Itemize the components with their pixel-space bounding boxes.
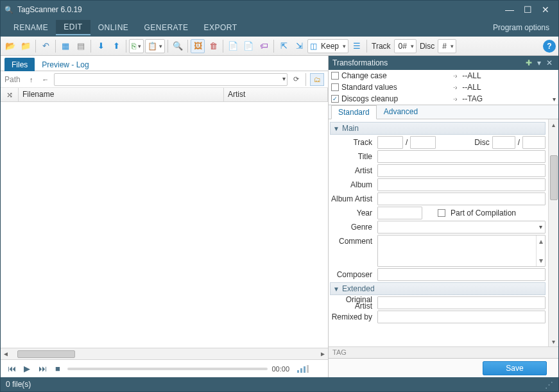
new-folder-icon[interactable]: 📁 (19, 39, 33, 53)
keep-dropdown[interactable]: ◫Keep▾ (307, 39, 348, 53)
path-back-icon[interactable]: ← (40, 74, 51, 85)
path-input[interactable]: ▾ (54, 73, 288, 86)
track-format-dropdown[interactable]: 0#▾ (394, 39, 417, 53)
tree-icon[interactable]: 🗂 (310, 73, 324, 86)
comment-textarea[interactable]: ▴▾ (377, 235, 546, 267)
script-add-icon[interactable]: 📄 (241, 39, 255, 53)
vertical-scrollbar[interactable]: ▴ ▾ (548, 119, 558, 346)
arrow-right-icon: ⋅› (453, 72, 457, 80)
paste-dropdown[interactable]: 📋▾ (145, 39, 165, 53)
section-extended[interactable]: ▼Extended (330, 282, 546, 295)
script-icon[interactable]: 📄 (226, 39, 240, 53)
image-icon[interactable]: 🖼 (191, 39, 205, 53)
disc-number-input[interactable] (492, 136, 515, 149)
path-up-icon[interactable]: ↑ (26, 74, 37, 85)
program-options-link[interactable]: Program options (489, 21, 553, 35)
prev-track-icon[interactable]: ⏮ (6, 363, 17, 375)
title-input[interactable] (377, 150, 546, 163)
import-icon[interactable]: ⇲ (292, 39, 306, 53)
app-icon: 🔍 (4, 6, 13, 14)
close-button[interactable]: ✕ (537, 3, 555, 16)
transformation-row[interactable]: Change case ⋅› --ALL (329, 70, 558, 81)
genre-dropdown[interactable]: ▾ (377, 221, 546, 234)
horizontal-scrollbar[interactable]: ◄ ► (1, 348, 328, 359)
column-artist[interactable]: Artist (224, 88, 328, 101)
tab-files[interactable]: Files (4, 58, 35, 71)
album-input[interactable] (377, 178, 546, 191)
menu-rename[interactable]: RENAME (6, 21, 56, 35)
tag-icon[interactable]: 🏷 (257, 39, 271, 53)
refresh-icon[interactable]: ⟳ (290, 74, 302, 85)
right-pane: Transformations ✚ ▾ ✕ Change case ⋅› --A… (329, 56, 558, 377)
stop-icon[interactable]: ■ (52, 363, 64, 375)
next-track-icon[interactable]: ⏭ (37, 363, 48, 375)
arrow-up-icon[interactable]: ⬆ (109, 39, 123, 53)
transformation-menu-icon[interactable]: ▾ (534, 58, 544, 68)
transformation-row[interactable]: Standard values ⋅› --ALL (329, 81, 558, 93)
help-icon[interactable]: ? (543, 40, 556, 53)
menu-online[interactable]: ONLINE (90, 21, 137, 35)
disc-format-dropdown[interactable]: #▾ (438, 39, 456, 53)
shuffle-column-icon[interactable]: ⤭ (1, 88, 19, 101)
save-button[interactable]: Save (483, 361, 547, 375)
album-artist-input[interactable] (377, 192, 546, 205)
undo-icon[interactable]: ↶ (39, 39, 53, 53)
section-main[interactable]: ▼Main (330, 122, 546, 135)
disc-label: Disc (474, 138, 489, 147)
transformations-list: Change case ⋅› --ALL Standard values ⋅› … (329, 70, 558, 105)
left-pane: Files Preview - Log Path ↑ ← ▾ ⟳ 🗂 ⤭ Fil… (1, 56, 329, 377)
compilation-checkbox[interactable] (438, 209, 445, 217)
year-input[interactable] (377, 207, 422, 219)
checkbox[interactable] (331, 72, 339, 80)
minimize-button[interactable]: — (501, 3, 519, 16)
playlist-icon[interactable]: ☰ (350, 39, 364, 53)
file-list-header: ⤭ Filename Artist (1, 88, 328, 102)
column-filename[interactable]: Filename (19, 88, 224, 101)
maximize-button[interactable]: ☐ (519, 3, 537, 16)
play-time: 00:00 (271, 365, 289, 373)
tag-type-label: TAG (329, 346, 558, 358)
checkbox-checked[interactable]: ✓ (331, 95, 339, 103)
track-total-input[interactable] (410, 136, 436, 149)
resize-grip-icon[interactable]: ⋰ (545, 380, 553, 389)
track-label: Track (330, 138, 375, 147)
tag-editor: ▼Main Track / Disc / Title Artist A (329, 119, 548, 346)
menu-edit[interactable]: EDIT (56, 20, 90, 35)
tab-advanced[interactable]: Advanced (377, 105, 425, 119)
copy-dropdown[interactable]: ⎘▾ (129, 39, 144, 53)
track-number-input[interactable] (377, 136, 403, 149)
export-icon[interactable]: ⇱ (277, 39, 291, 53)
track-label: Track (370, 42, 393, 51)
remove-image-icon[interactable]: 🗑 (206, 39, 220, 53)
seek-bar[interactable] (67, 368, 268, 370)
close-transformations-icon[interactable]: ✕ (544, 58, 555, 68)
transformation-row[interactable]: ✓ Discogs cleanup ⋅› --TAG ▾ (329, 93, 558, 105)
grid-view-icon[interactable]: ▦ (58, 39, 73, 53)
open-folder-icon[interactable]: 📂 (3, 39, 17, 53)
arrow-down-icon[interactable]: ⬇ (94, 39, 108, 53)
menu-export[interactable]: EXPORT (196, 21, 245, 35)
transformations-header: Transformations ✚ ▾ ✕ (329, 56, 558, 70)
tab-preview-log[interactable]: Preview - Log (35, 58, 96, 71)
tab-standard[interactable]: Standard (331, 105, 377, 119)
status-bar: 0 file(s) ⋰ (1, 377, 558, 391)
disc-label: Disc (418, 42, 436, 51)
search-icon[interactable]: 🔍 (171, 39, 185, 53)
add-transformation-icon[interactable]: ✚ (524, 58, 534, 68)
play-icon[interactable]: ▶ (21, 363, 33, 375)
volume-icon[interactable] (297, 365, 323, 373)
app-window: 🔍 TagScanner 6.0.19 — ☐ ✕ RENAME EDIT ON… (0, 0, 559, 392)
artist-input[interactable] (377, 164, 546, 177)
disc-total-input[interactable] (522, 136, 546, 149)
remixed-by-input[interactable] (377, 311, 546, 323)
arrow-right-icon: ⋅› (453, 84, 457, 91)
list-view-icon[interactable]: ▤ (74, 39, 88, 53)
original-artist-input[interactable] (377, 296, 546, 309)
chevron-down-icon[interactable]: ▾ (553, 96, 556, 103)
checkbox[interactable] (331, 83, 339, 91)
app-title: TagScanner 6.0.19 (17, 5, 501, 14)
file-list[interactable] (1, 102, 328, 348)
composer-input[interactable] (377, 268, 546, 281)
path-label: Path (4, 75, 21, 84)
menu-generate[interactable]: GENERATE (136, 21, 196, 35)
